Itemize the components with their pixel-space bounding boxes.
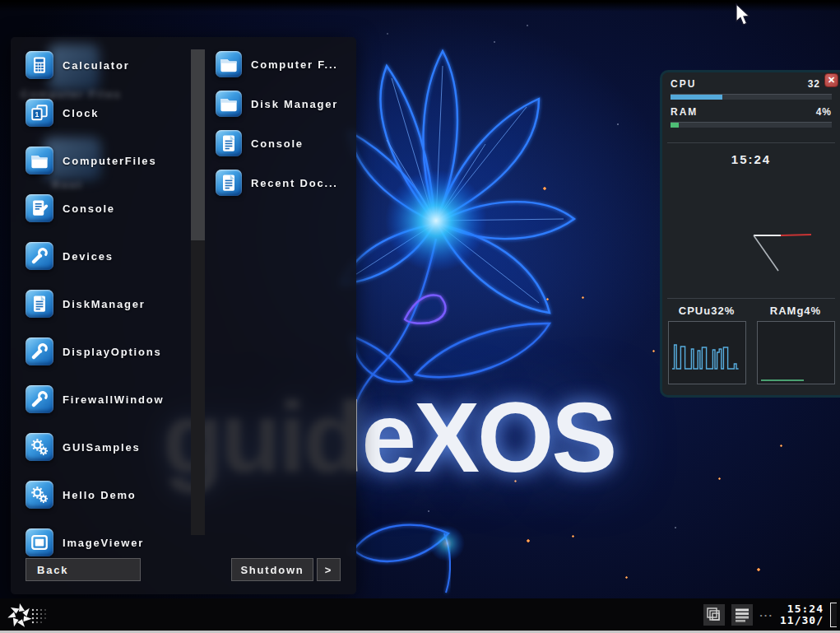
cpu-label: CPU [671,78,696,90]
ram-label: RAM [671,106,698,118]
console-icon [26,194,53,222]
document-icon [216,130,242,156]
place-item-console[interactable]: Console [216,123,338,163]
window-switcher-button[interactable] [703,604,725,626]
menu-item-diskmanager[interactable]: DiskManager [26,280,164,328]
taskbar-clock[interactable]: 15:24 11/30/ [780,603,824,626]
menu-item-clock[interactable]: 1Clock [26,89,164,137]
place-item-recent-doc[interactable]: Recent Doc... [216,163,338,202]
ram-value: 4% [816,106,832,118]
ram-history-graph [757,321,835,384]
pages-icon: 1 [26,99,53,127]
cpu-meter [671,94,832,100]
star [428,510,429,512]
gears-icon [26,481,53,509]
separator [667,298,835,299]
menu-item-calculator[interactable]: Calculator [26,41,164,89]
menu-item-devices[interactable]: Devices [26,232,164,280]
cpu-value: 32 [808,78,820,90]
back-button[interactable]: Back [26,558,141,581]
task-list-button[interactable] [731,604,753,626]
menu-item-label: GUISamples [63,441,141,454]
ram-meter [671,122,832,128]
windows-icon [705,606,723,624]
taskbar: ... 15:24 11/30/ [0,598,840,633]
start-menu-panel: Computer Files Root Calculator1ClockComp… [11,37,356,594]
close-button[interactable]: ✕ [824,73,838,87]
start-menu-places-list: Computer F...Disk ManagerConsoleRecent D… [216,44,338,202]
sparkle [546,298,549,300]
sparkle [780,444,782,447]
sparkle [757,568,760,571]
digital-clock: 15:24 [662,152,840,166]
menu-item-label: Computer F... [251,58,338,71]
svg-text:1: 1 [35,110,39,119]
menu-item-computerfiles[interactable]: ComputerFiles [26,137,164,184]
cpu-graph-label: CPUu32% [662,305,751,317]
list-icon [733,606,751,624]
menu-item-label: Hello Demo [63,489,137,501]
star [617,123,619,125]
menu-item-label: Disk Manager [251,98,338,110]
menu-item-label: DiskManager [63,298,146,310]
sparkle [527,539,530,542]
scrollbar-thumb[interactable] [191,49,205,240]
menu-item-guisamples[interactable]: GUISamples [26,423,164,471]
menu-item-console[interactable]: Console [26,184,164,232]
wrench-icon [26,337,53,365]
gears-icon [26,433,53,461]
document-icon [216,170,242,196]
sparkle [572,535,574,538]
star [675,527,676,528]
next-page-button[interactable]: > [317,558,341,581]
pinwheel-logo-icon [7,603,46,629]
menu-item-label: ComputerFiles [63,155,156,167]
image-icon [26,528,53,556]
menu-item-label: Devices [63,250,114,263]
sparkle [543,187,546,190]
cpu-history-graph [668,321,746,384]
folder-icon [216,51,242,77]
star [494,41,495,43]
system-monitor-widget: CPU 32 RAM 4% 15:24 CPUu32% RAMg4% ✕ [660,70,840,398]
start-menu-scrollbar[interactable] [191,49,205,535]
taskbar-time: 15:24 [780,603,824,615]
desktop: guideXOS Computer Files Root Calculator1… [0,0,840,633]
os-logo[interactable] [6,600,55,633]
start-menu-app-list: Calculator1ClockComputerFilesConsoleDevi… [26,41,164,566]
place-item-disk-manager[interactable]: Disk Manager [216,84,338,123]
calculator-icon [26,51,53,79]
menu-item-firewallwindow[interactable]: FirewallWindow [26,375,164,423]
menu-item-label: Clock [63,107,99,119]
wrench-icon [26,242,53,270]
sparkle [718,477,721,480]
menu-item-label: FirewallWindow [63,393,164,406]
mouse-cursor [735,3,751,31]
menu-item-hello-demo[interactable]: Hello Demo [26,471,164,519]
menu-item-displayoptions[interactable]: DisplayOptions [26,328,164,375]
ram-graph-label: RAMg4% [751,305,840,317]
sparkle [625,576,628,579]
star [527,25,528,26]
separator [667,142,835,143]
menu-item-label: DisplayOptions [63,346,162,358]
menu-item-label: ImageViewer [63,537,144,549]
menu-item-label: Recent Doc... [251,177,338,189]
flower-core-glow [385,170,487,272]
tray-overflow-dots[interactable]: ... [759,607,773,619]
folder-icon [26,147,53,175]
menu-item-label: Calculator [63,59,130,72]
menu-item-label: Console [63,202,115,215]
folder-icon [216,91,242,117]
sparkle [582,296,584,299]
menu-item-label: Console [251,137,304,150]
wrench-icon [26,385,53,413]
star [387,33,388,35]
taskbar-date: 11/30/ [780,615,824,626]
show-desktop-button[interactable] [830,603,837,627]
document-icon [26,290,53,318]
shutdown-button[interactable]: Shutdown [231,558,313,581]
sparkle [652,350,655,352]
place-item-computer-f[interactable]: Computer F... [216,44,338,84]
